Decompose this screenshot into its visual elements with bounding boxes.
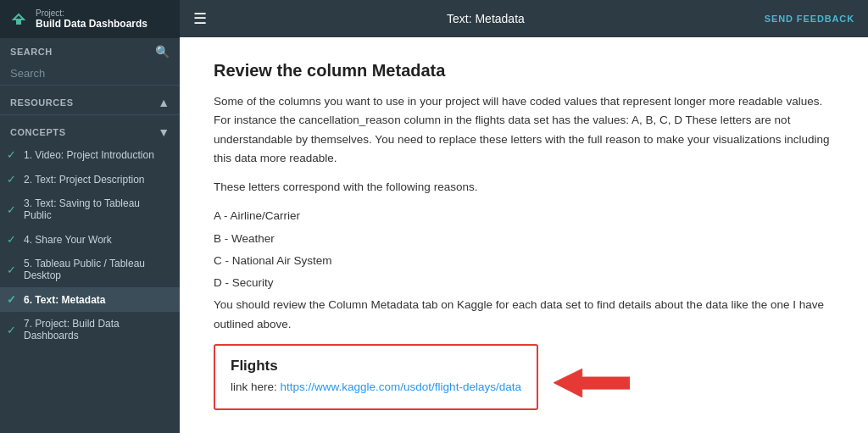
sidebar-item-5[interactable]: ✓5. Tableau Public / Tableau Desktop	[0, 252, 180, 287]
topbar-title: Text: Metadata	[447, 12, 525, 25]
flights-heading: Flights	[231, 358, 521, 375]
content-para1: Some of the columns you want to use in y…	[214, 92, 834, 168]
resources-section: RESOURCES ▲	[0, 89, 180, 113]
sidebar-item-7[interactable]: ✓7. Project: Build Data Dashboards	[0, 312, 180, 347]
reason-item-3: D - Security	[214, 274, 834, 292]
content-para2: These letters correspond with the follow…	[214, 178, 834, 197]
check-icon-6: ✓	[7, 293, 19, 306]
concepts-section: CONCEPTS ▼	[0, 119, 180, 142]
project-icon	[10, 11, 27, 28]
nav-label-5: 5. Tableau Public / Tableau Desktop	[24, 258, 170, 281]
flights-box: Flights link here: https://www.kaggle.co…	[214, 344, 538, 410]
content-heading: Review the column Metadata	[214, 61, 834, 80]
reason-item-1: B - Weather	[214, 230, 834, 248]
sidebar-item-3[interactable]: ✓3. Text: Saving to Tableau Public	[0, 192, 180, 227]
project-title: Project: Build Data Dashboards	[36, 8, 147, 30]
svg-marker-0	[14, 14, 24, 19]
search-icon: 🔍	[155, 45, 170, 58]
sidebar-item-1[interactable]: ✓1. Video: Project Introduction	[0, 142, 180, 167]
flights-link-prefix: link here:	[231, 380, 281, 393]
flights-row: Flights link here: https://www.kaggle.co…	[214, 344, 834, 425]
flights-link-line: link here: https://www.kaggle.com/usdot/…	[231, 378, 521, 397]
search-section: SEARCH 🔍	[0, 38, 180, 62]
check-icon-7: ✓	[7, 324, 19, 336]
sidebar-header: Project: Build Data Dashboards	[0, 0, 180, 38]
resources-chevron-icon[interactable]: ▲	[158, 96, 170, 109]
sidebar-item-2[interactable]: ✓2. Text: Project Description	[0, 167, 180, 192]
reason-item-0: A - Airline/Carrier	[214, 207, 834, 225]
sidebar-item-4[interactable]: ✓4. Share Your Work	[0, 227, 180, 252]
nav-label-7: 7. Project: Build Data Dashboards	[24, 318, 170, 341]
search-input[interactable]	[10, 67, 170, 80]
sidebar-item-6[interactable]: ✓6. Text: Metadata	[0, 287, 180, 312]
svg-marker-2	[554, 369, 630, 397]
search-label: SEARCH	[10, 47, 53, 57]
check-icon-3: ✓	[7, 203, 19, 216]
concepts-label: CONCEPTS	[10, 127, 66, 137]
content-para3: You should review the Column Metadata ta…	[214, 296, 834, 334]
red-arrow-icon	[554, 362, 630, 404]
send-feedback-button[interactable]: SEND FEEDBACK	[765, 14, 854, 24]
check-icon-2: ✓	[7, 173, 19, 186]
concepts-chevron-icon[interactable]: ▼	[158, 125, 170, 139]
nav-label-3: 3. Text: Saving to Tableau Public	[24, 197, 170, 221]
nav-label-1: 1. Video: Project Introduction	[24, 149, 154, 161]
resources-label: RESOURCES	[10, 97, 74, 108]
nav-label-6: 6. Text: Metadata	[24, 294, 105, 306]
check-icon-5: ✓	[7, 264, 19, 276]
hamburger-icon[interactable]: ☰	[193, 9, 207, 28]
reason-item-2: C - National Air System	[214, 252, 834, 270]
search-bar[interactable]	[0, 62, 180, 86]
nav-label-4: 4. Share Your Work	[24, 234, 112, 246]
reasons-list: A - Airline/CarrierB - WeatherC - Nation…	[214, 207, 834, 292]
nav-label-2: 2. Text: Project Description	[24, 174, 145, 186]
svg-rect-1	[16, 19, 21, 25]
topbar: ☰ Text: Metadata SEND FEEDBACK	[180, 0, 868, 37]
flights-link[interactable]: https://www.kaggle.com/usdot/flight-dela…	[281, 380, 521, 393]
nav-list: ✓1. Video: Project Introduction✓2. Text:…	[0, 142, 180, 347]
main-wrapper: ☰ Text: Metadata SEND FEEDBACK Review th…	[180, 0, 868, 433]
check-icon-4: ✓	[7, 233, 19, 246]
check-icon-1: ✓	[7, 148, 19, 161]
main-content: Review the column Metadata Some of the c…	[180, 37, 868, 433]
sidebar: Project: Build Data Dashboards SEARCH 🔍 …	[0, 0, 180, 433]
arrow-container	[554, 362, 630, 408]
